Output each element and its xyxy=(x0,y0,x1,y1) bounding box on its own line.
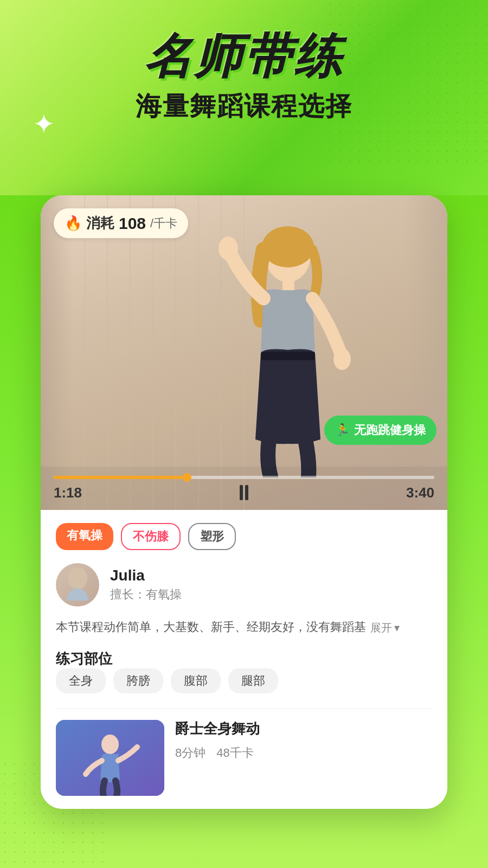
progress-dot xyxy=(183,473,191,482)
pause-bar-left xyxy=(240,485,243,500)
expand-label: 展开 xyxy=(370,619,392,636)
practice-tags: 全身 胯膀 腹部 腿部 xyxy=(56,668,432,693)
time-elapsed: 1:18 xyxy=(54,484,82,501)
calorie-label: 消耗 xyxy=(86,214,114,233)
course-info: 爵士全身舞动 8分钟 48千卡 xyxy=(175,720,432,761)
svg-point-3 xyxy=(219,237,238,260)
description-row: 本节课程动作简单，大基数、新手、经期友好，没有舞蹈基 展开 ▾ xyxy=(56,617,432,636)
tags-row: 有氧操 不伤膝 塑形 xyxy=(56,523,432,550)
progress-bar-fill[interactable] xyxy=(54,476,187,479)
practice-tag-legs[interactable]: 腿部 xyxy=(228,668,278,693)
course-meta: 8分钟 48千卡 xyxy=(175,745,432,761)
practice-tag-hip[interactable]: 胯膀 xyxy=(113,668,163,693)
svg-point-4 xyxy=(333,348,351,370)
course-title: 爵士全身舞动 xyxy=(175,720,432,738)
video-section[interactable]: 🔥 消耗 108 /千卡 🏃 无跑跳健身操 1:18 3:4 xyxy=(41,195,447,510)
practice-label: 练习部位 xyxy=(56,650,112,667)
progress-bar-container[interactable] xyxy=(54,476,434,479)
progress-times: 1:18 3:40 xyxy=(54,484,434,501)
time-total: 3:40 xyxy=(406,484,434,501)
svg-rect-5 xyxy=(261,352,315,360)
practice-tag-whole-body[interactable]: 全身 xyxy=(56,668,106,693)
course-card[interactable]: 爵士全身舞动 8分钟 48千卡 xyxy=(56,709,432,796)
calorie-unit: /千卡 xyxy=(150,215,177,232)
instructor-name: Julia xyxy=(110,567,182,584)
progress-section: 1:18 3:40 xyxy=(41,467,447,510)
header-section: 名师带练 海量舞蹈课程选择 xyxy=(0,33,488,124)
course-thumbnail xyxy=(56,720,164,796)
practice-section: 练习部位 全身 胯膀 腹部 腿部 xyxy=(56,649,432,693)
description-text: 本节课程动作简单，大基数、新手、经期友好，没有舞蹈基 xyxy=(56,617,366,636)
calorie-badge: 🔥 消耗 108 /千卡 xyxy=(54,208,188,238)
course-calories: 48千卡 xyxy=(216,745,253,761)
fire-icon: 🔥 xyxy=(65,215,82,232)
curtain-left xyxy=(41,195,73,510)
instructor-info: Julia 擅长：有氧操 xyxy=(110,567,182,603)
main-title: 名师带练 xyxy=(0,33,488,80)
expand-icon: ▾ xyxy=(394,619,400,636)
no-jump-badge: 🏃 无跑跳健身操 xyxy=(324,416,436,445)
phone-mockup: 🔥 消耗 108 /千卡 🏃 无跑跳健身操 1:18 3:4 xyxy=(41,195,447,809)
curtain-right xyxy=(404,195,447,510)
instructor-avatar xyxy=(56,563,99,607)
instructor-row[interactable]: Julia 擅长：有氧操 xyxy=(56,563,432,607)
pause-bar-right xyxy=(245,485,248,500)
calorie-number: 108 xyxy=(119,214,146,233)
exercise-icon: 🏃 xyxy=(335,423,350,437)
tag-aerobics[interactable]: 有氧操 xyxy=(56,523,113,550)
sub-title: 海量舞蹈课程选择 xyxy=(0,89,488,124)
course-duration: 8分钟 xyxy=(175,745,206,761)
pause-button[interactable] xyxy=(240,485,248,500)
sparkle-icon: ✦ xyxy=(33,108,55,140)
instructor-specialty: 擅长：有氧操 xyxy=(110,586,182,603)
svg-point-6 xyxy=(68,567,87,589)
content-section: 有氧操 不伤膝 塑形 Julia 擅长：有氧操 本节课程动作简单，大基数、新手、… xyxy=(41,510,447,809)
no-jump-label: 无跑跳健身操 xyxy=(354,422,426,438)
expand-button[interactable]: 展开 ▾ xyxy=(370,619,400,636)
tag-body-shaping[interactable]: 塑形 xyxy=(188,523,236,550)
practice-tag-abdomen[interactable]: 腹部 xyxy=(171,668,221,693)
tag-no-knee-injury[interactable]: 不伤膝 xyxy=(121,523,181,550)
svg-point-8 xyxy=(101,735,119,754)
